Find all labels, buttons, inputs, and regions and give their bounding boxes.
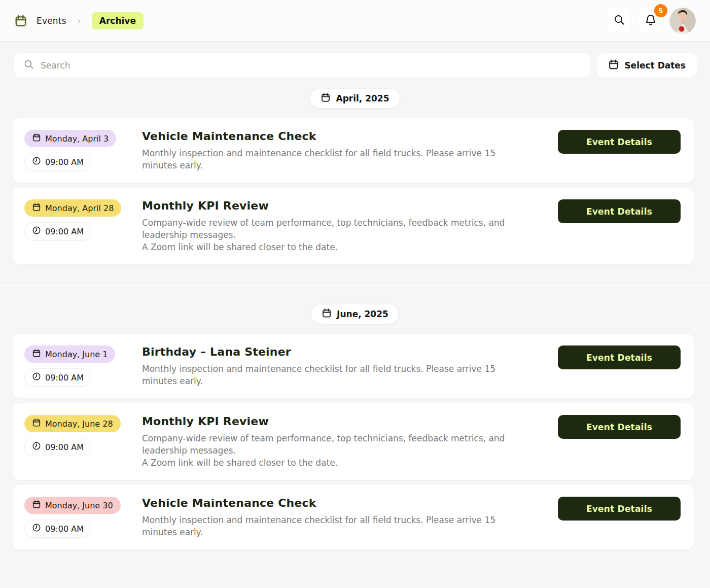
calendar-icon — [32, 133, 41, 144]
event-body: Monthly KPI Review Company-wide review o… — [142, 415, 558, 469]
calendar-icon — [608, 59, 619, 72]
event-badges: Monday, June 30 09:00 AM — [24, 497, 142, 538]
event-time-label: 09:00 AM — [45, 157, 84, 167]
event-details-button[interactable]: Event Details — [558, 415, 681, 439]
event-description: Company-wide review of team performance,… — [142, 432, 525, 469]
event-card: Monday, April 28 09:00 AM Monthly KPI Re… — [13, 188, 694, 264]
calendar-brand-icon — [14, 14, 27, 27]
event-description: Company-wide review of team performance,… — [142, 217, 525, 253]
month-label: June, 2025 — [337, 309, 388, 319]
event-badges: Monday, June 1 09:00 AM — [24, 345, 142, 387]
month-pill: June, 2025 — [311, 304, 399, 324]
calendar-icon — [32, 202, 41, 214]
month-label: April, 2025 — [336, 93, 389, 103]
event-date-label: Monday, June 1 — [45, 350, 108, 359]
event-title: Monthly KPI Review — [142, 199, 558, 212]
breadcrumb-archive[interactable]: Archive — [92, 12, 144, 29]
event-list: Monday, June 1 09:00 AM Birthday – Lana … — [0, 334, 710, 549]
event-details-button[interactable]: Event Details — [558, 130, 681, 154]
notification-count-badge: 5 — [654, 4, 667, 17]
event-date-label: Monday, April 28 — [45, 203, 114, 213]
event-details-button[interactable]: Event Details — [558, 497, 681, 521]
event-title: Vehicle Maintenance Check — [142, 497, 558, 509]
calendar-icon — [321, 92, 331, 105]
event-card: Monday, June 30 09:00 AM Vehicle Mainten… — [13, 485, 694, 549]
search-icon — [23, 59, 34, 72]
event-title: Monthly KPI Review — [142, 415, 558, 428]
breadcrumb-events[interactable]: Events — [37, 16, 66, 26]
event-time-label: 09:00 AM — [45, 442, 84, 452]
event-title: Vehicle Maintenance Check — [142, 130, 558, 143]
event-card: Monday, April 3 09:00 AM Vehicle Mainten… — [13, 118, 694, 183]
event-description: Monthly inspection and maintenance check… — [142, 147, 525, 171]
event-card: Monday, June 28 09:00 AM Monthly KPI Rev… — [13, 403, 694, 480]
event-date-label: Monday, June 28 — [45, 419, 113, 429]
search-input[interactable] — [41, 60, 581, 71]
app-header: Events Archive 5 — [0, 0, 710, 42]
event-badges: Monday, April 3 09:00 AM — [24, 130, 142, 171]
notifications-button[interactable]: 5 — [638, 8, 663, 33]
select-dates-button[interactable]: Select Dates — [597, 53, 697, 78]
clock-icon — [32, 523, 41, 534]
event-time-label: 09:00 AM — [45, 373, 84, 383]
search-button[interactable] — [607, 8, 631, 33]
event-time-badge: 09:00 AM — [24, 222, 91, 240]
event-date-badge: Monday, April 3 — [24, 130, 116, 147]
event-date-label: Monday, June 30 — [45, 501, 113, 510]
month-pill-row: April, 2025 — [0, 89, 710, 108]
month-section: April, 2025 Monday, April 3 — [0, 89, 710, 264]
header-actions: 5 — [607, 8, 696, 34]
event-details-button[interactable]: Event Details — [558, 199, 681, 223]
event-date-badge: Monday, April 28 — [24, 199, 121, 217]
clock-icon — [32, 372, 41, 383]
month-pill: April, 2025 — [310, 89, 399, 108]
event-time-badge: 09:00 AM — [24, 438, 91, 456]
event-badges: Monday, April 28 09:00 AM — [24, 199, 142, 240]
clock-icon — [32, 156, 41, 167]
event-time-badge: 09:00 AM — [24, 520, 91, 538]
event-body: Vehicle Maintenance Check Monthly inspec… — [142, 497, 558, 538]
calendar-icon — [32, 418, 41, 429]
event-description: Monthly inspection and maintenance check… — [142, 514, 525, 538]
event-body: Monthly KPI Review Company-wide review o… — [142, 199, 558, 253]
bell-icon — [645, 14, 657, 27]
event-body: Vehicle Maintenance Check Monthly inspec… — [142, 130, 558, 171]
chevron-right-icon — [76, 17, 83, 24]
user-avatar[interactable] — [669, 8, 696, 34]
event-sections: April, 2025 Monday, April 3 — [0, 89, 710, 567]
month-pill-row: June, 2025 — [0, 304, 710, 324]
event-title: Birthday – Lana Steiner — [142, 345, 558, 358]
search-box[interactable] — [14, 53, 590, 78]
select-dates-label: Select Dates — [624, 60, 686, 71]
calendar-icon — [32, 500, 41, 511]
calendar-icon — [322, 308, 332, 320]
search-icon — [613, 14, 625, 27]
event-date-badge: Monday, June 28 — [24, 415, 121, 432]
event-time-badge: 09:00 AM — [24, 153, 91, 171]
filter-toolbar: Select Dates — [14, 53, 697, 78]
event-description: Monthly inspection and maintenance check… — [142, 363, 525, 387]
clock-icon — [32, 226, 41, 237]
event-card: Monday, June 1 09:00 AM Birthday – Lana … — [13, 334, 694, 398]
event-time-label: 09:00 AM — [45, 227, 84, 236]
event-time-badge: 09:00 AM — [24, 368, 91, 387]
breadcrumb: Events Archive — [14, 12, 144, 29]
event-badges: Monday, June 28 09:00 AM — [24, 415, 142, 456]
event-date-badge: Monday, June 30 — [24, 497, 121, 514]
clock-icon — [32, 441, 41, 453]
event-date-badge: Monday, June 1 — [24, 345, 115, 363]
event-date-label: Monday, April 3 — [45, 134, 109, 144]
month-section: June, 2025 Monday, June 1 — [0, 285, 710, 549]
calendar-icon — [32, 349, 41, 360]
event-list: Monday, April 3 09:00 AM Vehicle Mainten… — [0, 118, 710, 264]
event-time-label: 09:00 AM — [45, 524, 84, 534]
event-details-button[interactable]: Event Details — [558, 345, 681, 369]
event-body: Birthday – Lana Steiner Monthly inspecti… — [142, 345, 558, 387]
